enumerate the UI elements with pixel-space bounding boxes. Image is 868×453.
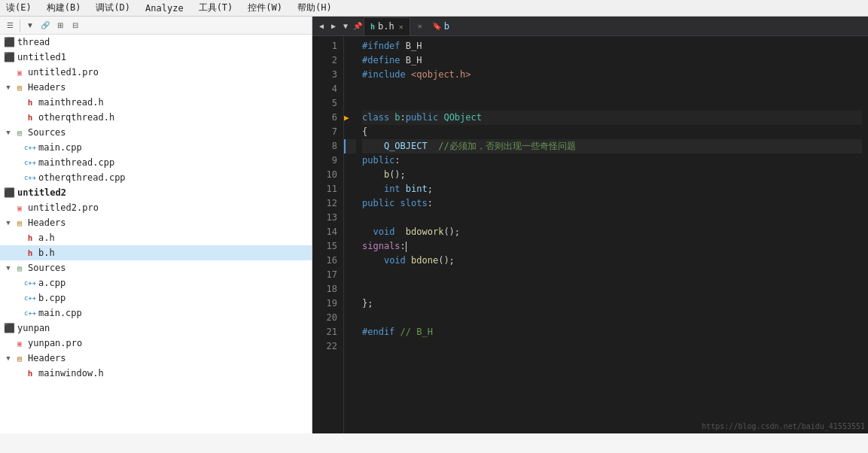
punct-10: (); bbox=[389, 169, 406, 180]
folder-headers-icon3: ▤ bbox=[14, 352, 26, 364]
tree-item-otherqthread-cpp[interactable]: c++ otherqthread.cpp bbox=[0, 170, 312, 185]
tree-label-sources1: Sources bbox=[28, 127, 66, 138]
tab-nav-down[interactable]: ▼ bbox=[340, 20, 352, 32]
type-qobject: QObject bbox=[443, 112, 482, 123]
tree-item-main-cpp1[interactable]: c++ main.cpp bbox=[0, 140, 312, 155]
left-panel: ☰ ▼ 🔗 ⊞ ⊟ ⬛ thread ⬛ untitled1 bbox=[0, 17, 312, 433]
tree-btn-list[interactable]: ☰ bbox=[3, 19, 17, 32]
tree-item-b-h[interactable]: h b.h bbox=[0, 245, 312, 260]
tree-item-untitled1[interactable]: ⬛ untitled1 bbox=[0, 50, 312, 65]
code-line-16: void bdone(); bbox=[362, 254, 862, 268]
menu-analyze[interactable]: Analyze bbox=[142, 2, 187, 14]
code-line-20 bbox=[362, 311, 862, 325]
menu-read[interactable]: 读(E) bbox=[3, 1, 35, 15]
tab-file-icon: h bbox=[370, 23, 375, 31]
tree-label-otherqthread-h: otherqthread.h bbox=[38, 112, 114, 123]
folder-sources-icon1: ▤ bbox=[14, 126, 26, 138]
code-line-15: signals: bbox=[362, 239, 862, 254]
tree-item-mainwindow-h[interactable]: h mainwindow.h bbox=[0, 366, 312, 381]
tree-item-untitled2[interactable]: ⬛ untitled2 bbox=[0, 185, 312, 200]
pro-icon3: ▣ bbox=[14, 337, 26, 349]
menu-debug[interactable]: 调试(D) bbox=[93, 1, 133, 15]
tree-item-a-cpp[interactable]: c++ a.cpp bbox=[0, 275, 312, 290]
tree-label-a-h: a.h bbox=[38, 233, 55, 243]
tab-close-x[interactable]: ✕ bbox=[414, 20, 426, 32]
fn-bdowork: bdowork bbox=[406, 226, 444, 237]
tree-item-a-h[interactable]: h a.h bbox=[0, 230, 312, 245]
comment-21: // B_H bbox=[400, 327, 433, 337]
tree-item-mainthread-h[interactable]: h mainthread.h bbox=[0, 95, 312, 110]
kw-class: class bbox=[362, 112, 389, 123]
plain-21a bbox=[394, 327, 400, 337]
tree-item-mainthread-cpp[interactable]: c++ mainthread.cpp bbox=[0, 155, 312, 170]
kw-void-14: void bbox=[373, 226, 394, 237]
tree-item-sources2[interactable]: ▼ ▤ Sources bbox=[0, 260, 312, 275]
tree-btn-add[interactable]: ⊞ bbox=[53, 19, 67, 32]
tree-item-untitled2-pro[interactable]: ▣ untitled2.pro bbox=[0, 200, 312, 215]
cursor bbox=[406, 242, 407, 252]
code-editor[interactable]: #ifndef B_H#define B_H#include <qobject.… bbox=[356, 36, 868, 433]
tree-label-headers2: Headers bbox=[28, 217, 66, 228]
editor-area[interactable]: 1 2 3 4 5 6 7 8 9 10 11 12 13 14 15 16 1… bbox=[312, 36, 868, 433]
punct-11: ; bbox=[428, 184, 433, 194]
tab-nav-prev[interactable]: ◀ bbox=[315, 20, 327, 32]
tree-item-headers2[interactable]: ▼ ▤ Headers bbox=[0, 215, 312, 230]
menu-controls[interactable]: 控件(W) bbox=[245, 1, 285, 15]
cpp-icon-main1: c++ bbox=[24, 141, 36, 154]
menu-help[interactable]: 帮助(H) bbox=[294, 1, 335, 15]
code-line-17 bbox=[362, 268, 862, 282]
line-num-18: 18 bbox=[312, 282, 337, 296]
gutter-14 bbox=[344, 225, 356, 239]
keyword-include: #include bbox=[362, 69, 406, 80]
indent-11 bbox=[362, 184, 384, 194]
line-num-1: 1 bbox=[312, 39, 337, 53]
tab-nav-pin[interactable]: 📌 bbox=[352, 20, 364, 32]
tree-item-thread[interactable]: ⬛ thread bbox=[0, 35, 312, 50]
tree-label-headers3: Headers bbox=[28, 353, 66, 363]
h-icon-otherqthread: h bbox=[24, 111, 36, 123]
tree-item-b-cpp[interactable]: c++ b.cpp bbox=[0, 290, 312, 306]
line-num-9: 9 bbox=[312, 154, 337, 168]
gutter-3 bbox=[344, 68, 356, 82]
h-icon-a: h bbox=[24, 232, 36, 244]
tree-item-yunpan[interactable]: ⬛ yunpan bbox=[0, 321, 312, 336]
kw-signals: signals bbox=[362, 241, 400, 251]
tree-label-untitled1: untitled1 bbox=[17, 52, 66, 62]
brace-close: }; bbox=[362, 298, 373, 309]
colon-9: : bbox=[394, 155, 400, 166]
arrow-headers2: ▼ bbox=[3, 219, 14, 226]
punct-16: (); bbox=[438, 255, 455, 266]
keyword-ifndef: #ifndef bbox=[362, 41, 400, 51]
kw-endif: #endif bbox=[362, 327, 394, 337]
gutter-9 bbox=[344, 154, 356, 168]
cpp-icon-mainthread: c++ bbox=[24, 157, 36, 169]
tree-item-otherqthread-h[interactable]: h otherqthread.h bbox=[0, 110, 312, 125]
include-path: <qobject.h> bbox=[411, 69, 471, 80]
project-icon3: ⬛ bbox=[3, 187, 15, 199]
h-icon-b: h bbox=[24, 247, 36, 259]
tab-nav-next[interactable]: ▶ bbox=[327, 20, 340, 32]
line-num-4: 4 bbox=[312, 82, 337, 96]
tree-item-headers3[interactable]: ▼ ▤ Headers bbox=[0, 351, 312, 366]
punct-14: (); bbox=[443, 226, 460, 237]
tree-label-pro: untitled1.pro bbox=[28, 67, 99, 78]
code-line-14: void bdowork(); bbox=[362, 225, 862, 239]
tree-item-yunpan-pro[interactable]: ▣ yunpan.pro bbox=[0, 336, 312, 351]
tree-item-headers1[interactable]: ▼ ▤ Headers bbox=[0, 80, 312, 95]
tree-btn-link[interactable]: 🔗 bbox=[38, 19, 52, 32]
tree-item-main-cpp2[interactable]: c++ main.cpp bbox=[0, 306, 312, 321]
code-line-22 bbox=[362, 339, 862, 354]
tree-btn-filter[interactable]: ▼ bbox=[23, 19, 37, 32]
tree-item-untitled1-pro[interactable]: ▣ untitled1.pro bbox=[0, 65, 312, 80]
menu-build[interactable]: 构建(B) bbox=[44, 1, 84, 15]
tree-label-mainthread-h: mainthread.h bbox=[38, 97, 104, 108]
cpp-icon-a: c++ bbox=[24, 277, 36, 289]
kw-public: public bbox=[406, 112, 438, 123]
tab-close-btn[interactable]: ✕ bbox=[399, 23, 404, 31]
menu-tools[interactable]: 工具(T) bbox=[196, 1, 236, 15]
tree-btn-collapse[interactable]: ⊟ bbox=[69, 19, 82, 32]
indent-8 bbox=[362, 141, 384, 151]
tree-label-mainthread-cpp: mainthread.cpp bbox=[38, 157, 114, 168]
tree-item-sources1[interactable]: ▼ ▤ Sources bbox=[0, 125, 312, 140]
editor-tab-bh[interactable]: h b.h ✕ bbox=[364, 17, 410, 35]
